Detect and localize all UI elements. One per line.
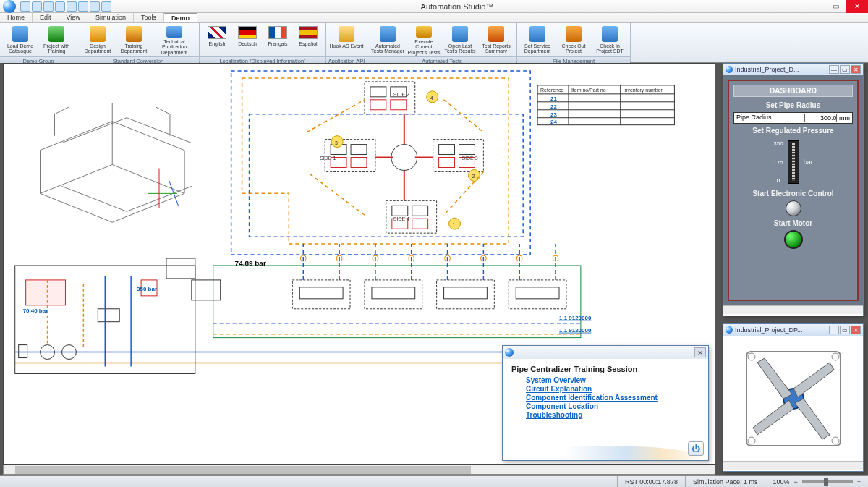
quick-access-toolbar — [20, 1, 111, 12]
svg-text:SIDE 3: SIDE 3 — [461, 156, 477, 161]
svg-point-105 — [748, 437, 755, 444]
svg-rect-16 — [351, 145, 367, 155]
svg-rect-8 — [391, 100, 407, 110]
pressure-gauge[interactable]: 350 175 0 bar — [733, 139, 853, 185]
link-component-location[interactable]: Component Location — [526, 402, 699, 410]
svg-rect-7 — [370, 100, 386, 110]
svg-text:2: 2 — [472, 174, 475, 179]
hook-as-event-button[interactable]: Hook AS Event — [329, 25, 364, 55]
start-motor-button[interactable] — [784, 230, 803, 249]
panel-min-button[interactable]: — — [829, 326, 839, 334]
lang-francais-button[interactable]: Français — [263, 25, 292, 55]
tab-view[interactable]: View — [59, 13, 88, 22]
svg-rect-89 — [98, 309, 119, 322]
svg-rect-60 — [444, 287, 488, 299]
qat-btn[interactable] — [67, 1, 77, 12]
panel-max-button[interactable]: ▭ — [840, 65, 850, 74]
svg-rect-18 — [351, 158, 367, 168]
flag-de-icon — [238, 26, 257, 39]
link-troubleshooting[interactable]: Troubleshooting — [526, 411, 699, 419]
auto-tests-manager-button[interactable]: Automated Tests Manager — [370, 25, 405, 55]
tab-simulation[interactable]: Simulation — [88, 13, 134, 22]
tab-tools[interactable]: Tools — [134, 13, 164, 22]
qat-btn[interactable] — [78, 1, 88, 12]
svg-rect-88 — [19, 345, 27, 358]
maximize-button[interactable]: ▭ — [825, 0, 846, 13]
svg-rect-13 — [412, 219, 428, 229]
tech-pub-dept-button[interactable]: Technical Publication Department — [153, 25, 196, 55]
svg-rect-10 — [392, 206, 408, 216]
plan-scroll-h[interactable] — [723, 461, 863, 470]
decorative-wave — [503, 446, 708, 460]
check-out-button[interactable]: Check Out Project — [556, 25, 591, 55]
svg-rect-55 — [292, 280, 350, 309]
zoom-slider[interactable] — [802, 480, 853, 483]
lang-espanol-button[interactable]: Español — [294, 25, 323, 55]
hook-icon — [339, 26, 354, 42]
qat-btn[interactable] — [90, 1, 100, 12]
ribbon-group-file-management: Set Service Department Check Out Project… — [517, 23, 631, 62]
open-last-results-button[interactable]: Open Last Test's Results — [443, 25, 477, 55]
training-dept-button[interactable]: Training Department — [116, 25, 151, 55]
svg-text:SIDE 2: SIDE 2 — [393, 92, 409, 97]
tab-home[interactable]: Home — [0, 13, 33, 22]
pipe-radius-input[interactable] — [804, 114, 837, 122]
publication-icon — [166, 26, 182, 38]
ribbon: Load Demo Catalogue Project with Trainin… — [0, 23, 868, 63]
reports-icon — [488, 26, 504, 42]
title-bar: Automation Studio™ — ▭ ✕ — [0, 0, 868, 13]
svg-text:1: 1 — [453, 222, 456, 227]
check-in-button[interactable]: Check In Project SDT — [592, 25, 627, 55]
execute-tests-button[interactable]: Execute Current Project's Tests — [407, 25, 441, 55]
qat-btn[interactable] — [20, 1, 30, 12]
power-button[interactable]: ⏻ — [688, 441, 704, 456]
svg-text:24: 24 — [550, 119, 557, 125]
zoom-out-button[interactable]: − — [793, 478, 797, 486]
load-demo-catalogue-button[interactable]: Load Demo Catalogue — [3, 25, 38, 55]
lang-english-button[interactable]: English — [203, 25, 231, 55]
svg-rect-57 — [365, 280, 422, 309]
pipe-radius-row: Pipe Radius mm — [733, 112, 853, 124]
panel-close-button[interactable]: ✕ — [851, 65, 861, 74]
qat-btn[interactable] — [55, 1, 65, 12]
tab-edit[interactable]: Edit — [33, 13, 59, 22]
zoom-in-button[interactable]: + — [857, 478, 861, 486]
qat-btn[interactable] — [101, 1, 111, 12]
link-component-assessment[interactable]: Component Identification Assessment — [526, 394, 699, 402]
svg-text:Item no/Part no: Item no/Part no — [571, 88, 606, 93]
svg-text:SIDE 1: SIDE 1 — [320, 156, 336, 161]
set-service-dept-button[interactable]: Set Service Department — [520, 25, 555, 55]
start-motor-label: Start Motor — [733, 219, 853, 227]
minimize-button[interactable]: — — [803, 0, 825, 13]
canvas-scrollbar-h[interactable] — [3, 465, 715, 475]
status-bar: RST 00:00:17.878 Simulation Pace: 1 ms 1… — [0, 475, 868, 487]
tab-demo[interactable]: Demo — [164, 13, 197, 22]
app-orb-icon[interactable] — [3, 0, 16, 13]
ribbon-group-api: Hook AS Event Application API — [326, 23, 367, 62]
svg-rect-5 — [370, 87, 386, 97]
test-reports-button[interactable]: Test Reports Summary — [479, 25, 514, 55]
dashboard-scroll-h[interactable] — [723, 305, 863, 314]
project-with-training-button[interactable]: Project with Training — [39, 25, 74, 55]
panel-close-button[interactable]: ✕ — [851, 326, 861, 334]
ec-toggle-knob[interactable] — [786, 200, 801, 216]
svg-line-2 — [169, 179, 179, 206]
link-system-overview[interactable]: System Overview — [526, 376, 699, 384]
design-dept-button[interactable]: Design Department — [80, 25, 115, 55]
svg-rect-54 — [213, 266, 581, 338]
close-button[interactable]: ✕ — [846, 0, 868, 13]
plan-view[interactable] — [723, 336, 863, 461]
panel-min-button[interactable]: — — [829, 65, 839, 74]
training-close-button[interactable]: ✕ — [694, 347, 706, 357]
link-circuit-explanation[interactable]: Circuit Explanation — [526, 385, 699, 393]
svg-point-104 — [832, 353, 839, 360]
panel-max-button[interactable]: ▭ — [840, 326, 850, 334]
qat-btn[interactable] — [32, 1, 42, 12]
qat-btn[interactable] — [43, 1, 54, 12]
training-panel: ✕ Pipe Centralizer Training Session Syst… — [502, 345, 709, 461]
exec-tests-icon — [416, 26, 432, 38]
lang-deutsch-button[interactable]: Deutsch — [233, 25, 262, 55]
panel-orb-icon — [505, 348, 514, 357]
svg-text:1.1 9120000: 1.1 9120000 — [559, 315, 592, 321]
svg-text:3: 3 — [335, 140, 338, 145]
